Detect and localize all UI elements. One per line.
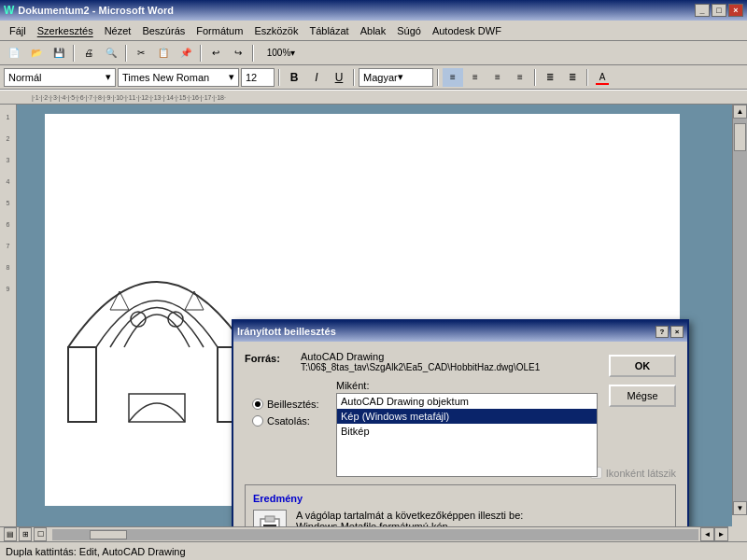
vertical-scrollbar: ▲ ▼ (732, 105, 747, 515)
title-bar: W Dokumentum2 - Microsoft Word _ □ × (0, 0, 747, 21)
hscroll-track (52, 529, 698, 540)
hscroll-thumb[interactable] (90, 530, 127, 539)
view-buttons: ▤ ⊞ ☐ (0, 527, 50, 541)
toolbar1: 📄 📂 💾 🖨 🔍 ✂ 📋 📌 ↩ ↪ 100%▾ (0, 41, 747, 65)
cut-icon: ✂ (137, 48, 145, 58)
align-right-button[interactable]: ≡ (487, 68, 508, 87)
dialog-close-button[interactable]: × (670, 326, 684, 338)
size-dropdown[interactable]: 12 (241, 68, 275, 87)
hscroll-right-button[interactable]: ► (714, 527, 728, 541)
menu-view[interactable]: Nézet (99, 23, 137, 38)
new-icon: 📄 (8, 48, 20, 58)
cancel-button[interactable]: Mégse (609, 385, 676, 407)
paste-special-dialog: Irányított beillesztés ? × OK Mé (232, 319, 689, 526)
save-button[interactable]: 💾 (49, 44, 69, 63)
copy-button[interactable]: 📋 (153, 44, 174, 63)
web-view-button[interactable]: ⊞ (19, 527, 32, 541)
style-value: Normál (8, 72, 41, 83)
menu-autodesk[interactable]: Autodesk DWF (427, 23, 507, 38)
style-dropdown[interactable]: Normál ▾ (4, 68, 116, 87)
dialog-title: Irányított beillesztés (237, 326, 336, 337)
ok-button[interactable]: OK (609, 355, 676, 377)
menu-format[interactable]: Formátum (190, 23, 248, 38)
lang-dropdown[interactable]: Magyar ▾ (359, 68, 433, 87)
radio-section: Beillesztés: Csatolás: (245, 380, 329, 477)
beillesztes-label: Beillesztés: (267, 399, 319, 410)
csatolas-label: Csatolás: (267, 415, 310, 427)
undo-icon: ↩ (212, 48, 219, 58)
italic-button[interactable]: I (306, 68, 327, 87)
document-canvas: Irányított beillesztés ? × OK Mé (17, 105, 732, 526)
paste-icon: 📌 (180, 48, 191, 58)
redo-button[interactable]: ↪ (228, 44, 248, 63)
eredmeny-text2: Windows Metafile formátumú kép. (296, 521, 451, 526)
size-value: 12 (246, 72, 257, 83)
scroll-down-button[interactable]: ▼ (733, 501, 747, 515)
print-view-button[interactable]: ☐ (34, 527, 47, 541)
menu-tools[interactable]: Eszközök (248, 23, 303, 38)
sep8 (534, 69, 536, 86)
scroll-up-button[interactable]: ▲ (733, 105, 747, 119)
source-label: Forrás: (245, 351, 301, 364)
save-icon: 💾 (53, 48, 64, 58)
eredmeny-content: A vágólap tartalmát a következőképpen il… (253, 510, 668, 526)
app-icon: W (4, 4, 14, 17)
sep7 (437, 69, 439, 86)
sep2 (125, 45, 127, 62)
open-icon: 📂 (31, 48, 42, 58)
open-button[interactable]: 📂 (26, 44, 47, 63)
sep5 (278, 69, 280, 86)
dialog-overlay: Irányított beillesztés ? × OK Mé (17, 105, 732, 526)
align-justify-button[interactable]: ≡ (510, 68, 530, 87)
clipboard-icon (257, 513, 283, 526)
maximize-button[interactable]: □ (712, 4, 726, 17)
close-button[interactable]: × (728, 4, 743, 17)
menu-table[interactable]: Táblázat (303, 23, 354, 38)
beillesztes-radio[interactable] (252, 399, 263, 410)
undo-button[interactable]: ↩ (205, 44, 226, 63)
bold-button[interactable]: B (284, 68, 304, 87)
bullets-button[interactable]: ≣ (540, 68, 560, 87)
minimize-button[interactable]: _ (695, 4, 710, 17)
lang-dropdown-arrow: ▾ (398, 71, 403, 83)
sep6 (353, 69, 355, 86)
csatolas-radio[interactable] (252, 415, 263, 427)
menu-edit[interactable]: Szerkesztés (32, 23, 99, 38)
menu-insert[interactable]: Beszúrás (136, 23, 190, 38)
list-item-2[interactable]: Bitkép (337, 424, 597, 439)
eredmeny-title: Eredmény (253, 493, 668, 504)
print-button[interactable]: 🖨 (78, 44, 99, 63)
ruler-content: |·1·|·2·|·3·|·4·|·5·|·6·|·7·|·8·|·9·|·10… (17, 91, 747, 104)
font-color-button[interactable]: A (592, 68, 613, 87)
scroll-thumb[interactable] (734, 123, 746, 151)
cut-button[interactable]: ✂ (131, 44, 151, 63)
print-preview-button[interactable]: 🔍 (101, 44, 121, 63)
align-center-button[interactable]: ≡ (465, 68, 486, 87)
numbering-button[interactable]: ≣ (562, 68, 583, 87)
style-dropdown-arrow: ▾ (106, 71, 111, 83)
dialog-help-button[interactable]: ? (655, 326, 669, 338)
font-dropdown[interactable]: Times New Roman ▾ (118, 68, 239, 87)
menu-window[interactable]: Ablak (355, 23, 392, 38)
paste-button[interactable]: 📌 (176, 44, 196, 63)
print-icon: 🖨 (84, 48, 93, 58)
horizontal-scrollbar-area: ▤ ⊞ ☐ ◄ ► (0, 526, 728, 541)
zoom-button[interactable]: 100%▾ (258, 44, 304, 63)
align-left-button[interactable]: ≡ (443, 68, 463, 87)
underline-button[interactable]: U (329, 68, 349, 87)
list-item-1[interactable]: Kép (Windows metafájl) (337, 409, 597, 424)
toolbar2: Normál ▾ Times New Roman ▾ 12 B I U Magy… (0, 65, 747, 90)
csatolas-radio-row: Csatolás: (252, 415, 329, 427)
status-bar: Dupla kattintás: Edit, AutoCAD Drawing (0, 541, 747, 560)
hscroll-left-button[interactable]: ◄ (700, 527, 714, 541)
scroll-track (733, 119, 747, 501)
eredmeny-section: Eredmény (245, 484, 676, 526)
svg-rect-9 (263, 525, 276, 526)
normal-view-button[interactable]: ▤ (4, 527, 17, 541)
new-button[interactable]: 📄 (4, 44, 24, 63)
menu-help[interactable]: Súgó (391, 23, 427, 38)
menu-file[interactable]: Fájl (4, 23, 32, 38)
font-dropdown-arrow: ▾ (229, 71, 234, 83)
list-item-0[interactable]: AutoCAD Drawing objektum (337, 394, 597, 409)
miken-listbox[interactable]: AutoCAD Drawing objektum Kép (Windows me… (336, 393, 598, 477)
